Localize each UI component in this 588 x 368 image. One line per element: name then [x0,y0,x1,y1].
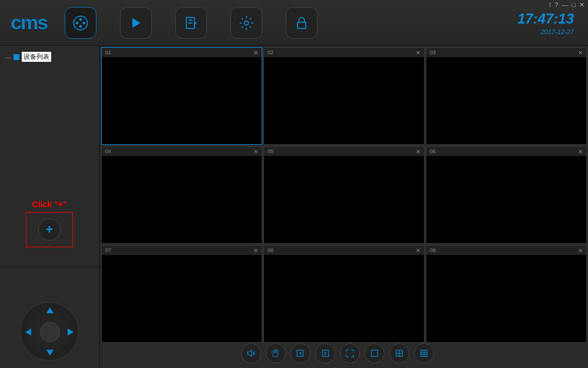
sidebar: — 设备列表 Click "+" + [0,46,100,368]
next-page-button[interactable] [315,343,335,363]
cell-id-label: 07 [105,247,111,253]
cell-header: 02✕ [264,48,424,57]
grid9-icon [419,348,429,359]
clock-date: 2017-12-27 [517,28,574,35]
svg-point-6 [245,21,249,25]
video-cell-05[interactable]: 05✕ [263,146,425,244]
cell-header: 04✕ [102,147,262,156]
cell-close-button[interactable]: ✕ [253,148,258,155]
pin-icon[interactable]: ⟟ [549,1,551,9]
cell-id-label: 01 [105,49,111,55]
log-button[interactable] [175,7,207,39]
close-window-icon[interactable]: ✕ [579,1,584,9]
play-icon [128,15,144,31]
cell-close-button[interactable]: ✕ [416,49,420,56]
video-cell-09[interactable]: 09✕ [426,245,587,343]
ptz-control [20,302,79,361]
app-logo: cms [11,11,47,34]
cell-close-button[interactable]: ✕ [253,247,258,254]
layout-4-button[interactable] [389,343,409,363]
live-view-button[interactable] [65,7,96,39]
cell-id-label: 06 [430,148,436,154]
video-cell-07[interactable]: 07✕ [101,245,262,343]
cell-header: 01✕ [102,48,262,57]
cell-close-button[interactable]: ✕ [578,148,583,155]
svg-point-1 [79,18,82,21]
video-content: 01✕02✕03✕04✕05✕06✕07✕08✕09✕ [100,46,588,368]
annotation-text: Click "+" [32,200,67,209]
hand-button[interactable] [266,343,286,363]
next-icon [320,348,330,359]
tree-root[interactable]: — 设备列表 [5,52,95,62]
layout-1-button[interactable] [365,343,385,363]
playback-button[interactable] [120,7,152,39]
svg-point-2 [76,21,79,24]
window-controls: ⟟ ? — □ ✕ [549,1,584,9]
annotation-box: Click "+" + [26,212,73,247]
fullscreen-button[interactable] [340,343,360,363]
cell-id-label: 05 [268,148,273,154]
video-cell-01[interactable]: 01✕ [101,47,262,145]
cell-header: 07✕ [102,246,262,255]
sidebar-divider [0,267,99,267]
video-cell-04[interactable]: 04✕ [101,146,262,244]
lock-icon [293,15,310,31]
mute-button[interactable] [241,343,261,363]
main-area: — 设备列表 Click "+" + 01✕02✕03✕04✕05✕06✕07✕… [0,46,588,368]
ptz-up-button[interactable] [46,307,54,313]
fullscreen-icon [345,348,355,359]
ptz-down-button[interactable] [46,350,54,356]
cell-id-label: 09 [430,247,436,253]
cell-close-button[interactable]: ✕ [578,49,583,56]
cell-header: 05✕ [264,147,424,156]
prev-icon [295,348,306,359]
ptz-left-button[interactable] [25,329,31,336]
edit-note-icon [183,15,199,31]
video-cell-08[interactable]: 08✕ [263,245,425,343]
add-device-button[interactable]: + [38,218,61,241]
cell-id-label: 03 [430,49,436,55]
svg-rect-10 [372,350,378,357]
svg-rect-7 [298,22,306,28]
bottom-controls [241,343,434,363]
video-cell-06[interactable]: 06✕ [426,146,587,244]
cell-id-label: 08 [268,247,273,253]
svg-point-4 [79,25,82,28]
cell-id-label: 04 [105,148,111,154]
prev-page-button[interactable] [290,343,310,363]
ptz-right-button[interactable] [68,329,74,336]
maximize-icon[interactable]: □ [572,1,576,9]
video-cell-03[interactable]: 03✕ [426,47,587,145]
lock-button[interactable] [286,7,318,39]
tree-root-label: 设备列表 [22,52,51,62]
mute-icon [246,348,256,359]
grid1-icon [369,348,380,359]
svg-point-3 [83,21,86,24]
clock-time: 17:47:13 [517,11,574,27]
cell-close-button[interactable]: ✕ [416,247,420,254]
cell-header: 08✕ [264,246,424,255]
help-icon[interactable]: ? [554,1,558,9]
ptz-disc [20,302,79,361]
video-cell-02[interactable]: 02✕ [263,47,425,145]
clock: 17:47:13 2017-12-27 [517,11,588,35]
reel-icon [72,15,89,31]
cell-close-button[interactable]: ✕ [578,247,583,254]
cell-header: 06✕ [426,147,586,156]
layout-9-button[interactable] [414,343,434,363]
device-tree: — 设备列表 [0,46,99,68]
minimize-icon[interactable]: — [562,1,568,9]
settings-button[interactable] [230,7,262,39]
cell-close-button[interactable]: ✕ [253,49,258,56]
top-toolbar: cms 17:47:13 2017-12-27 [0,0,588,46]
cell-header: 09✕ [426,246,586,255]
hand-icon [270,348,281,359]
ptz-center-button[interactable] [40,322,60,342]
cell-close-button[interactable]: ✕ [416,148,420,155]
grid4-icon [394,348,405,359]
cell-header: 03✕ [426,48,586,57]
gear-icon [238,15,255,31]
video-grid: 01✕02✕03✕04✕05✕06✕07✕08✕09✕ [101,47,587,343]
cell-id-label: 02 [268,49,273,55]
svg-rect-12 [421,350,427,357]
